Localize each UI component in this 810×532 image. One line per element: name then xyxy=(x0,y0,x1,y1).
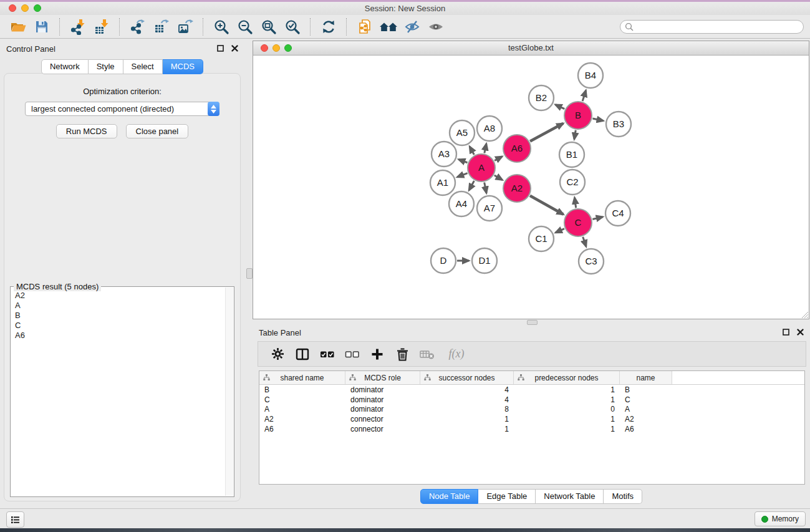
table-row[interactable]: Cdominator41C xyxy=(259,395,804,405)
function-builder-button[interactable]: f(x) xyxy=(444,346,469,362)
result-scrollbar[interactable] xyxy=(225,288,233,496)
graph-node-C3[interactable]: C3 xyxy=(579,249,604,274)
close-panel-icon[interactable] xyxy=(231,45,238,52)
table-settings-button[interactable] xyxy=(269,346,286,362)
graph-node-B1[interactable]: B1 xyxy=(559,142,584,167)
result-item[interactable]: B xyxy=(15,311,233,321)
graph-node-B[interactable]: B xyxy=(564,102,592,129)
graph-node-C1[interactable]: C1 xyxy=(529,226,554,251)
edge-A-A5[interactable] xyxy=(470,147,474,155)
deselect-all-button[interactable] xyxy=(344,346,360,362)
graph-node-A2[interactable]: A2 xyxy=(503,175,531,202)
edge-C-C1[interactable] xyxy=(556,229,564,233)
add-column-button[interactable] xyxy=(369,346,385,362)
export-network-button[interactable] xyxy=(126,17,150,37)
tab-style[interactable]: Style xyxy=(89,59,123,74)
edge-A-A2[interactable] xyxy=(494,175,503,180)
tab-network-table[interactable]: Network Table xyxy=(536,489,604,504)
tab-edge-table[interactable]: Edge Table xyxy=(478,489,536,504)
graph-node-A5[interactable]: A5 xyxy=(450,120,475,145)
graph-node-D1[interactable]: D1 xyxy=(472,248,497,273)
edge-C-C4[interactable] xyxy=(592,217,602,220)
edge-A-A7[interactable] xyxy=(485,183,486,193)
task-history-button[interactable] xyxy=(6,511,24,528)
graph-node-A4[interactable]: A4 xyxy=(449,191,474,216)
graph-node-A1[interactable]: A1 xyxy=(430,170,455,195)
graph-node-A7[interactable]: A7 xyxy=(477,196,502,221)
tab-motifs[interactable]: Motifs xyxy=(604,489,642,504)
zoom-out-button[interactable] xyxy=(233,17,257,37)
memory-button[interactable]: Memory xyxy=(755,511,806,526)
export-table-button[interactable] xyxy=(150,17,173,37)
result-item[interactable]: C xyxy=(15,321,233,331)
result-item[interactable]: A6 xyxy=(15,331,233,341)
window-resize-grip[interactable] xyxy=(799,309,808,318)
edge-B-B3[interactable] xyxy=(592,118,603,121)
zoom-in-button[interactable] xyxy=(210,17,233,37)
column-header-MCDS-role[interactable]: MCDS role xyxy=(345,371,420,384)
edge-A-A6[interactable] xyxy=(494,157,502,161)
graph-node-B2[interactable]: B2 xyxy=(529,85,554,110)
edge-B-B1[interactable] xyxy=(574,130,576,140)
table-row[interactable]: Bdominator41B xyxy=(259,385,804,395)
show-columns-button[interactable] xyxy=(294,346,311,362)
search-input[interactable] xyxy=(620,20,804,34)
float-panel-icon[interactable] xyxy=(783,329,789,336)
float-panel-icon[interactable] xyxy=(217,45,224,52)
edge-A6-B[interactable] xyxy=(530,123,563,142)
result-item[interactable]: A xyxy=(15,301,233,311)
graph-node-D[interactable]: D xyxy=(431,248,456,273)
column-header-predecessor-nodes[interactable]: predecessor nodes xyxy=(514,371,620,384)
edge-C-C2[interactable] xyxy=(574,198,576,208)
edge-A2-C[interactable] xyxy=(530,196,564,215)
result-item[interactable]: A2 xyxy=(15,291,233,301)
open-file-button[interactable] xyxy=(6,17,30,37)
table-row[interactable]: Adominator80A xyxy=(259,404,804,414)
edge-B-B4[interactable] xyxy=(582,90,586,101)
graph-node-A[interactable]: A xyxy=(468,154,495,181)
delete-button[interactable] xyxy=(394,346,410,362)
edge-C-C3[interactable] xyxy=(583,237,586,247)
close-panel-icon[interactable] xyxy=(797,329,804,336)
tab-network[interactable]: Network xyxy=(41,59,89,74)
clone-network-button[interactable] xyxy=(353,17,377,37)
graph-node-A8[interactable]: A8 xyxy=(477,116,502,141)
column-header-successor-nodes[interactable]: successor nodes xyxy=(420,371,514,384)
import-table-button[interactable] xyxy=(90,17,113,37)
zoom-fit-button[interactable] xyxy=(257,17,281,37)
network-canvas[interactable]: B4B2BB3A5A8A6B1A3AC2A1A2A4A7C4CC1C3DD1 xyxy=(253,56,809,319)
graph-node-A6[interactable]: A6 xyxy=(503,135,531,162)
edge-B-B2[interactable] xyxy=(556,105,565,109)
tab-select[interactable]: Select xyxy=(123,59,163,74)
graph-node-A3[interactable]: A3 xyxy=(432,142,456,167)
refresh-button[interactable] xyxy=(317,17,340,37)
home-view-button[interactable] xyxy=(377,17,400,37)
close-panel-button[interactable]: Close panel xyxy=(126,124,189,138)
column-header-name[interactable]: name xyxy=(620,371,672,384)
vertical-splitter-grip[interactable] xyxy=(246,268,253,279)
zoom-selected-button[interactable] xyxy=(281,17,304,37)
column-header-shared-name[interactable]: shared name xyxy=(259,371,345,384)
graph-node-C[interactable]: C xyxy=(564,209,592,236)
delete-table-button[interactable] xyxy=(419,346,435,362)
show-eye-button[interactable] xyxy=(424,17,448,37)
graph-node-C2[interactable]: C2 xyxy=(560,170,585,195)
criterion-select[interactable]: largest connected component (directed) xyxy=(25,102,219,116)
graph-node-C4[interactable]: C4 xyxy=(605,201,630,226)
graph-node-B4[interactable]: B4 xyxy=(578,63,603,88)
tab-node-table[interactable]: Node Table xyxy=(420,489,479,504)
tab-mcds[interactable]: MCDS xyxy=(163,59,203,74)
table-row[interactable]: A2connector11A2 xyxy=(259,414,804,424)
graph-node-B3[interactable]: B3 xyxy=(606,112,631,137)
save-session-button[interactable] xyxy=(30,17,54,37)
import-network-button[interactable] xyxy=(66,17,90,37)
edge-A-A4[interactable] xyxy=(469,181,474,190)
hide-eye-button[interactable] xyxy=(400,17,424,37)
edge-A-A8[interactable] xyxy=(485,143,486,153)
edge-A-A3[interactable] xyxy=(458,160,467,163)
export-image-button[interactable] xyxy=(173,17,197,37)
edge-A-A1[interactable] xyxy=(457,173,467,177)
table-row[interactable]: A6connector11A6 xyxy=(259,424,804,434)
select-all-button[interactable] xyxy=(319,346,335,362)
network-window-titlebar[interactable]: testGlobe.txt xyxy=(253,41,809,56)
